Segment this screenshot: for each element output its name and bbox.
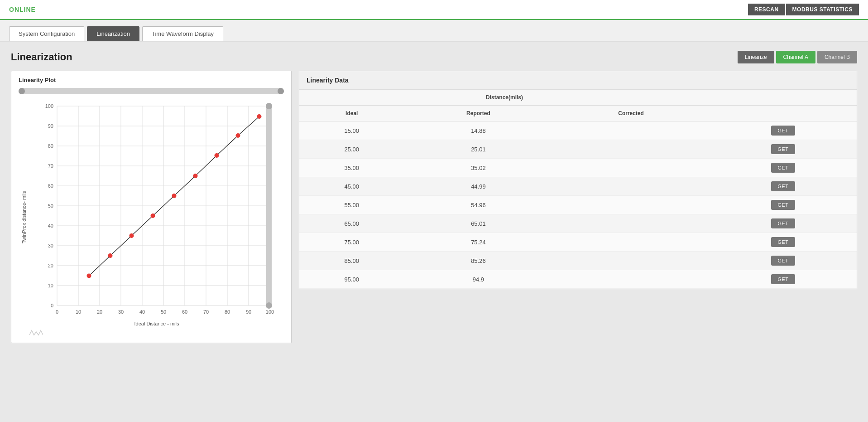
cell-ideal: 45.00 xyxy=(299,177,404,196)
online-status: ONLINE xyxy=(9,6,36,13)
svg-text:50: 50 xyxy=(48,203,53,209)
channel-controls: Linearize Channel A Channel B xyxy=(738,51,857,63)
tab-system-configuration[interactable]: System Configuration xyxy=(9,26,84,41)
slider-thumb-right[interactable] xyxy=(278,88,284,94)
v-slider-thumb-bottom[interactable] xyxy=(266,302,272,309)
col-corrected-header2: Corrected xyxy=(552,106,710,121)
distance-header: Distance(mils) xyxy=(299,90,710,106)
tab-bar: System Configuration Linearization Time … xyxy=(0,20,868,42)
cell-corrected xyxy=(552,252,710,270)
svg-text:100: 100 xyxy=(45,103,53,109)
cell-get: GET xyxy=(710,233,857,252)
rescan-button[interactable]: RESCAN xyxy=(748,4,785,15)
chart-svg: 100 90 80 70 60 50 40 30 20 10 0 xyxy=(29,97,284,319)
svg-text:90: 90 xyxy=(48,123,53,129)
panels: Linearity Plot TwinProx distance- mils xyxy=(11,71,857,343)
cell-corrected xyxy=(552,214,710,233)
cell-corrected xyxy=(552,159,710,177)
y-axis-label: TwinProx distance- mils xyxy=(19,97,29,337)
cell-ideal: 95.00 xyxy=(299,270,404,289)
table-row: 85.0085.26GET xyxy=(299,252,857,270)
cell-get: GET xyxy=(710,196,857,214)
svg-text:20: 20 xyxy=(97,309,102,315)
cell-get: GET xyxy=(710,159,857,177)
cell-ideal: 85.00 xyxy=(299,252,404,270)
chart-body: 100 90 80 70 60 50 40 30 20 10 0 xyxy=(29,97,284,319)
linearize-button[interactable]: Linearize xyxy=(738,51,774,63)
get-button-2[interactable]: GET xyxy=(771,144,795,154)
data-point-9 xyxy=(257,114,262,119)
top-bar: ONLINE RESCAN MODBUS STATISTICS xyxy=(0,0,868,20)
tab-time-waveform-display[interactable]: Time Waveform Display xyxy=(142,26,223,41)
table-row: 55.0054.96GET xyxy=(299,196,857,214)
data-point-6 xyxy=(193,174,198,178)
linearity-table: Distance(mils) Ideal Reported Corrected … xyxy=(299,90,857,289)
data-point-5 xyxy=(172,194,177,198)
cell-corrected xyxy=(552,140,710,159)
channel-b-button[interactable]: Channel B xyxy=(817,51,857,63)
get-button-5[interactable]: GET xyxy=(771,200,795,210)
get-button-9[interactable]: GET xyxy=(771,274,795,284)
page-header: Linearization Linearize Channel A Channe… xyxy=(11,51,857,63)
cell-get: GET xyxy=(710,140,857,159)
get-button-1[interactable]: GET xyxy=(771,126,795,136)
svg-text:30: 30 xyxy=(118,309,124,315)
svg-text:10: 10 xyxy=(76,309,81,315)
slider-thumb-left[interactable] xyxy=(19,88,25,94)
svg-text:0: 0 xyxy=(51,303,53,308)
data-point-7 xyxy=(215,153,219,158)
svg-text:50: 50 xyxy=(161,309,166,315)
svg-text:100: 100 xyxy=(266,309,274,315)
v-slider-track[interactable] xyxy=(266,104,272,308)
cell-reported: 14.88 xyxy=(404,121,553,140)
x-axis-label: Ideal Distance - mils xyxy=(29,321,284,326)
svg-text:30: 30 xyxy=(48,243,53,248)
cell-get: GET xyxy=(710,177,857,196)
table-row: 15.0014.88GET xyxy=(299,121,857,140)
svg-text:60: 60 xyxy=(182,309,187,315)
data-point-2 xyxy=(108,253,113,258)
data-point-4 xyxy=(151,213,155,218)
cell-reported: 44.99 xyxy=(404,177,553,196)
svg-text:70: 70 xyxy=(48,163,53,169)
get-button-8[interactable]: GET xyxy=(771,256,795,266)
cell-corrected xyxy=(552,121,710,140)
chart-inner: TwinProx distance- mils xyxy=(19,97,284,337)
cell-reported: 85.26 xyxy=(404,252,553,270)
svg-text:0: 0 xyxy=(56,309,58,315)
data-panel-title: Linearity Data xyxy=(299,71,857,90)
get-button-6[interactable]: GET xyxy=(771,218,795,228)
table-row: 75.0075.24GET xyxy=(299,233,857,252)
table-row: 45.0044.99GET xyxy=(299,177,857,196)
data-point-8 xyxy=(236,133,240,138)
chart-panel: Linearity Plot TwinProx distance- mils xyxy=(11,71,292,343)
cell-ideal: 15.00 xyxy=(299,121,404,140)
top-bar-buttons: RESCAN MODBUS STATISTICS xyxy=(748,4,859,15)
cell-reported: 25.01 xyxy=(404,140,553,159)
chart-slider-track[interactable] xyxy=(19,88,284,94)
cell-reported: 75.24 xyxy=(404,233,553,252)
channel-a-button[interactable]: Channel A xyxy=(776,51,815,63)
v-slider-thumb-top[interactable] xyxy=(266,103,272,109)
cell-get: GET xyxy=(710,214,857,233)
svg-text:40: 40 xyxy=(48,223,53,228)
col-reported-header: Reported xyxy=(404,106,553,121)
get-button-4[interactable]: GET xyxy=(771,181,795,191)
data-point-3 xyxy=(129,233,134,238)
table-row: 35.0035.02GET xyxy=(299,159,857,177)
tab-linearization[interactable]: Linearization xyxy=(87,26,139,41)
cell-ideal: 75.00 xyxy=(299,233,404,252)
data-panel: Linearity Data Distance(mils) Ideal Repo… xyxy=(299,71,857,289)
svg-text:20: 20 xyxy=(48,263,53,268)
get-button-3[interactable]: GET xyxy=(771,163,795,173)
svg-text:80: 80 xyxy=(225,309,230,315)
cell-reported: 54.96 xyxy=(404,196,553,214)
svg-text:80: 80 xyxy=(48,143,53,149)
col-ideal-header: Ideal xyxy=(299,106,404,121)
cell-ideal: 35.00 xyxy=(299,159,404,177)
wave-icon xyxy=(29,328,43,337)
get-button-7[interactable]: GET xyxy=(771,237,795,247)
modbus-statistics-button[interactable]: MODBUS STATISTICS xyxy=(786,4,859,15)
cell-reported: 65.01 xyxy=(404,214,553,233)
svg-text:10: 10 xyxy=(48,283,53,288)
